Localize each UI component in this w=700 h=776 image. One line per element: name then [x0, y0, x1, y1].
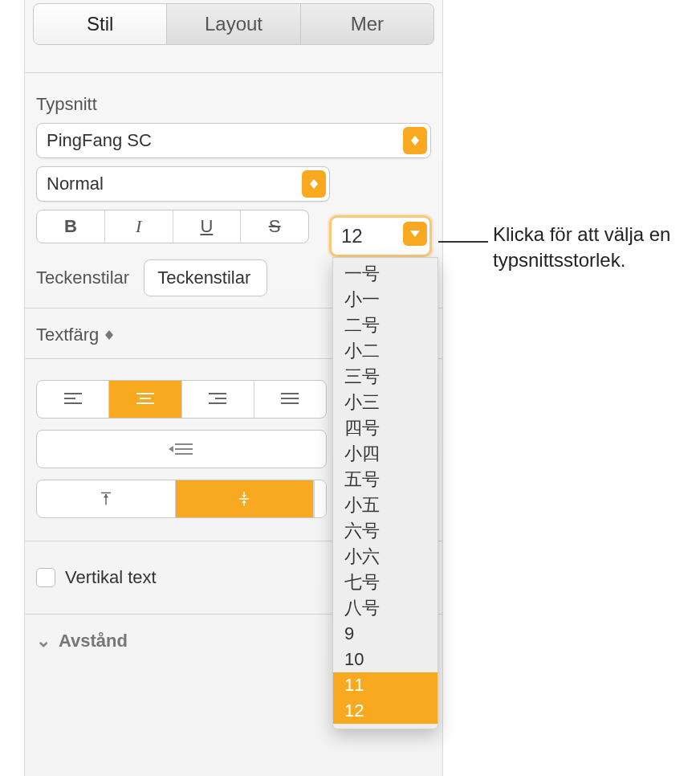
font-section-label: Typsnitt: [36, 94, 442, 115]
spacing-label[interactable]: Avstånd: [59, 631, 128, 651]
size-option[interactable]: 七号: [333, 570, 438, 595]
font-weight-select[interactable]: Normal: [36, 166, 330, 202]
character-styles-value: Teckenstilar: [157, 268, 250, 288]
size-option[interactable]: 9: [333, 621, 438, 647]
tab-style[interactable]: Stil: [34, 4, 167, 44]
underline-button[interactable]: U: [173, 210, 242, 243]
updown-icon: [403, 127, 427, 154]
valign-middle-icon: [234, 492, 254, 506]
text-color-label: Textfärg: [36, 325, 99, 345]
size-option[interactable]: 四号: [333, 415, 438, 441]
align-right-button[interactable]: [182, 381, 254, 418]
size-option[interactable]: 10: [333, 647, 438, 672]
tab-layout[interactable]: Layout: [167, 4, 300, 44]
valign-middle-button[interactable]: [176, 480, 315, 517]
align-center-button[interactable]: [109, 381, 181, 418]
chevron-down-icon: [403, 222, 427, 246]
bold-button[interactable]: B: [37, 210, 105, 243]
character-styles-label: Teckenstilar: [36, 268, 129, 288]
updown-icon: [302, 170, 326, 198]
size-option[interactable]: 小六: [333, 544, 438, 570]
align-left-button[interactable]: [37, 381, 109, 418]
font-size-field-wrap: 12: [329, 215, 432, 257]
font-size-field[interactable]: 12: [329, 215, 432, 257]
horizontal-align-group: [36, 380, 327, 419]
size-option[interactable]: 五号: [333, 467, 438, 492]
font-family-value: PingFang SC: [47, 130, 152, 151]
svg-marker-29: [242, 500, 246, 502]
svg-marker-24: [104, 494, 108, 498]
svg-marker-27: [242, 495, 246, 497]
updown-icon: [105, 330, 113, 340]
character-styles-button[interactable]: Teckenstilar: [144, 259, 267, 296]
size-option[interactable]: 三号: [333, 364, 438, 390]
indent-icon: [169, 441, 194, 457]
size-option-selected[interactable]: 11: [333, 672, 438, 698]
size-option[interactable]: 小四: [333, 441, 438, 467]
size-option[interactable]: 小一: [333, 287, 438, 312]
tab-bar: Stil Layout Mer: [33, 3, 434, 45]
callout-text: Klicka för att välja en typsnittsstorlek…: [493, 222, 694, 273]
callout-line: [438, 241, 488, 243]
font-family-select[interactable]: PingFang SC: [36, 123, 431, 158]
size-option[interactable]: 12: [333, 698, 438, 724]
tab-layout-label: Layout: [205, 13, 262, 35]
align-justify-icon: [280, 392, 299, 406]
chevron-right-icon[interactable]: ⌄: [36, 631, 51, 651]
indent-group[interactable]: [36, 430, 327, 468]
svg-marker-1: [411, 141, 419, 145]
align-right-icon: [208, 392, 227, 406]
tab-style-label: Stil: [87, 13, 113, 35]
tab-more[interactable]: Mer: [301, 4, 433, 44]
divider: [25, 72, 442, 73]
size-option[interactable]: 一号: [333, 261, 438, 287]
valign-extra: [314, 480, 326, 517]
vertical-text-label: Vertikal text: [65, 567, 157, 588]
svg-marker-30: [410, 231, 420, 237]
font-size-dropdown[interactable]: 一号 小一 二号 小二 三号 小三 四号 小四 五号 小五 六号 小六 七号 八…: [332, 257, 438, 729]
size-option[interactable]: 八号: [333, 595, 438, 621]
align-justify-button[interactable]: [254, 381, 326, 418]
valign-top-icon: [96, 492, 116, 506]
svg-marker-3: [310, 184, 318, 189]
align-left-icon: [63, 392, 83, 406]
strikethrough-button[interactable]: S: [241, 210, 308, 243]
valign-top-button[interactable]: [37, 480, 176, 517]
size-option[interactable]: 小三: [333, 390, 438, 415]
font-size-value: 12: [341, 225, 363, 247]
svg-marker-5: [105, 335, 113, 340]
font-weight-value: Normal: [47, 174, 104, 194]
vertical-text-checkbox[interactable]: [36, 568, 55, 587]
align-center-icon: [136, 392, 155, 406]
size-option[interactable]: 六号: [333, 518, 438, 544]
text-style-group: B I U S: [36, 210, 309, 243]
svg-marker-21: [169, 446, 173, 452]
size-option[interactable]: 小五: [333, 492, 438, 518]
size-option[interactable]: 二号: [333, 312, 438, 338]
size-option[interactable]: 小二: [333, 338, 438, 364]
tab-more-label: Mer: [351, 13, 384, 35]
vertical-align-group: [36, 480, 327, 518]
italic-button[interactable]: I: [105, 210, 173, 243]
